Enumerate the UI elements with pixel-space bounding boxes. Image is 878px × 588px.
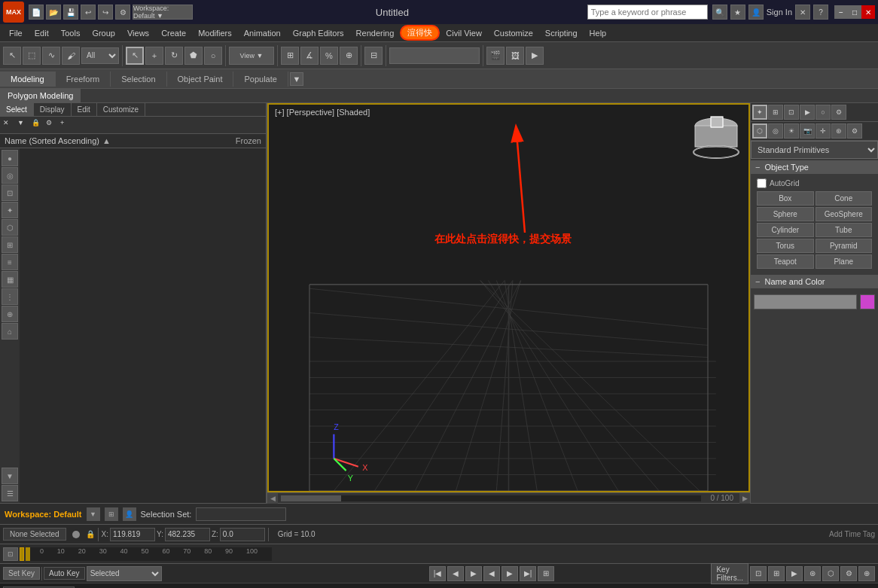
create-tab-icon[interactable]: ✦ [752,105,767,120]
bookmark-btn[interactable]: ★ [730,5,745,20]
close-btn[interactable]: ✕ [861,5,875,19]
select-region-icon[interactable]: ⬚ [23,47,41,65]
spacewarps-icon[interactable]: ⊛ [831,123,846,139]
pyramid-btn[interactable]: Pyramid [816,239,873,253]
panel-tab-display[interactable]: Display [34,103,72,116]
play-reverse-btn[interactable]: ◀ [483,566,500,581]
minimize-btn[interactable]: − [834,5,848,19]
lights-icon[interactable]: ☀ [784,123,799,139]
side-icon-11[interactable]: ⌂ [2,323,18,340]
panel-tab-customize[interactable]: Customize [97,103,145,116]
scroll-thumb[interactable] [281,495,341,501]
side-icon-2[interactable]: ◎ [2,167,18,184]
side-icon-layer[interactable]: ☰ [2,485,18,501]
teapot-btn[interactable]: Teapot [757,254,814,269]
render-setup-icon[interactable]: 🎬 [486,47,505,65]
side-icon-3[interactable]: ⊡ [2,184,18,201]
ref-coord-icon[interactable]: View ▼ [229,47,274,65]
menu-civil-view[interactable]: Civil View [440,27,487,39]
timeline-btn-1[interactable]: ⊡ [3,547,18,561]
extra-btn-7[interactable]: ⊕ [858,566,875,581]
render-frame-icon[interactable]: 🖼 [506,47,524,65]
workspace-dropdown[interactable]: Workspace: Default ▼ [133,5,193,20]
name-color-section-header[interactable]: − Name and Color [751,275,878,288]
shapes-icon[interactable]: ◎ [768,123,783,139]
panel-add-btn[interactable]: + [60,119,72,131]
undo-btn[interactable]: ↩ [81,5,96,20]
selection-set-input[interactable] [196,507,286,521]
help-btn[interactable]: ? [813,5,828,20]
side-icon-9[interactable]: ⋮ [2,288,18,305]
workspace-label[interactable]: Workspace: Default [5,510,82,519]
extra-btn-3[interactable]: ▶ [786,566,803,581]
geosphere-btn[interactable]: GeoSphere [816,207,873,221]
set-key-label[interactable]: Set Key [3,567,40,580]
primitive-type-dropdown[interactable]: Standard Primitives [751,141,878,159]
panel-settings-btn[interactable]: ⚙ [46,119,58,131]
tab-more-icon[interactable]: ▼ [290,72,303,86]
side-icon-5[interactable]: ⬡ [2,219,18,236]
save-btn[interactable]: 💾 [63,5,78,20]
menu-scripting[interactable]: Scripting [539,27,584,39]
side-icon-1[interactable]: ● [2,150,18,166]
torus-btn[interactable]: Torus [757,239,814,253]
side-icon-10[interactable]: ⊕ [2,306,18,322]
subtab-polygon-modeling[interactable]: Polygon Modeling [0,89,81,102]
side-icon-6[interactable]: ⊞ [2,236,18,253]
prev-frame-btn[interactable]: ◀ [447,566,464,581]
menu-zhuande[interactable]: 渲得快 [400,25,440,41]
geometry-icon[interactable]: ⬡ [752,123,767,139]
angle-snap-icon[interactable]: ∡ [300,47,319,65]
side-icon-7[interactable]: ≡ [2,254,18,270]
extra-btn-6[interactable]: ⚙ [840,566,857,581]
extra-btn-2[interactable]: ⊞ [768,566,785,581]
extra-btn-5[interactable]: ⬡ [822,566,839,581]
tab-populate[interactable]: Populate [233,72,288,87]
side-icon-4[interactable]: ✦ [2,202,18,218]
menu-rendering[interactable]: Rendering [350,27,401,39]
key-mode-btn[interactable]: ⊞ [538,566,554,581]
bottom-icon-2[interactable]: ⊞ [105,507,118,521]
sphere-btn[interactable]: Sphere [757,207,814,221]
percent-snap-icon[interactable]: % [320,47,338,65]
select-icon[interactable]: ↖ [126,47,144,65]
modify-tab-icon[interactable]: ⊞ [768,105,783,120]
search-icon-btn[interactable]: 🔍 [712,5,727,20]
timeline-scrubber[interactable] [20,547,24,561]
bottom-icon-3[interactable]: 👤 [123,507,136,521]
menu-views[interactable]: Views [121,27,155,39]
extra-btn-4[interactable]: ⊛ [804,566,821,581]
next-frame-btn[interactable]: ▶ [501,566,518,581]
bottom-icon-1[interactable]: ▼ [87,507,100,521]
paint-select-icon[interactable]: 🖌 [62,47,80,65]
workspace-btn[interactable]: ⚙ [115,5,130,20]
systems-icon[interactable]: ⚙ [847,123,862,139]
menu-edit[interactable]: Edit [29,27,55,39]
menu-group[interactable]: Group [86,27,121,39]
user-btn[interactable]: 👤 [748,5,764,20]
panel-filter-btn[interactable]: ▼ [17,119,29,131]
cone-btn[interactable]: Cone [816,191,873,206]
close-search-btn[interactable]: ✕ [795,5,810,20]
tab-modeling[interactable]: Modeling [0,72,56,87]
motion-tab-icon[interactable]: ▶ [800,105,815,120]
render-active-icon[interactable]: ▶ [526,47,544,65]
helpers-icon[interactable]: ✛ [816,123,831,139]
panel-lock-btn[interactable]: 🔒 [32,119,44,131]
menu-modifiers[interactable]: Modifiers [192,27,238,39]
panel-close-btn[interactable]: ✕ [3,119,15,131]
menu-tools[interactable]: Tools [55,27,87,39]
search-input[interactable] [587,5,708,20]
key-filters-btn[interactable]: Key Filters... [711,563,748,584]
side-icon-8[interactable]: ▦ [2,271,18,288]
menu-help[interactable]: Help [584,27,613,39]
tube-btn[interactable]: Tube [816,223,873,237]
panel-tab-edit[interactable]: Edit [72,103,97,116]
side-icon-collapse[interactable]: ▼ [2,468,18,484]
viewport[interactable]: [+] [Perspective] [Shaded] [267,103,750,492]
box-btn[interactable]: Box [757,191,814,206]
scroll-left-btn[interactable]: ◀ [267,493,278,504]
scroll-right-btn[interactable]: ▶ [739,493,750,504]
menu-graph-editors[interactable]: Graph Editors [287,27,350,39]
timeline-main-bar[interactable]: 0102030405060708090100 [26,547,272,561]
